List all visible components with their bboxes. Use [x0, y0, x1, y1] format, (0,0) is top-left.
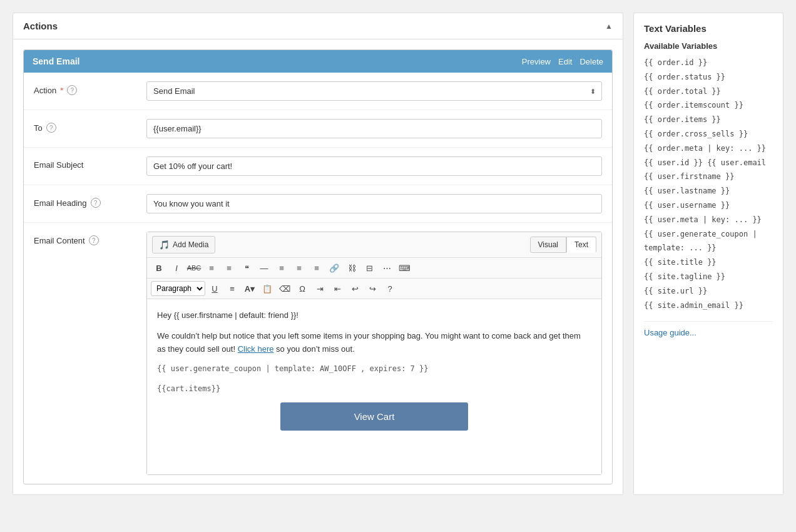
- action-row: Action* ? Send Email ⬍: [24, 73, 612, 110]
- ul-button[interactable]: ≡: [203, 260, 220, 275]
- email-heading-label: Email Heading ?: [34, 194, 146, 208]
- usage-guide-link[interactable]: Usage guide...: [644, 328, 696, 337]
- strikethrough-button[interactable]: ABC: [186, 260, 202, 275]
- click-here-link[interactable]: Click here: [238, 344, 274, 354]
- ol-button[interactable]: ≡: [221, 260, 237, 275]
- email-subject-input[interactable]: [146, 156, 602, 176]
- right-panel: Text Variables Available Variables {{ or…: [633, 13, 783, 495]
- content-hey-line: Hey {{ user.firstname | default: friend …: [157, 309, 591, 322]
- action-field: Send Email ⬍: [146, 81, 602, 101]
- text-color-button[interactable]: A▾: [242, 281, 258, 296]
- underline-button[interactable]: U: [207, 281, 223, 296]
- action-help-icon[interactable]: ?: [67, 85, 77, 95]
- editor-top-bar: 🎵 Add Media Visual Text: [147, 232, 601, 258]
- variable-item: {{ site.admin_email }}: [644, 299, 773, 313]
- email-heading-input[interactable]: [146, 194, 602, 213]
- variable-item: {{ order.cross_sells }}: [644, 127, 773, 141]
- table-button[interactable]: ⊟: [361, 260, 377, 275]
- variable-item: {{ user.firstname }}: [644, 170, 773, 184]
- cart-items-line: {{cart.items}}: [157, 383, 591, 395]
- variable-item: {{ user.username }}: [644, 198, 773, 213]
- variable-item: {{ site.title }}: [644, 255, 773, 270]
- heading-help-icon[interactable]: ?: [91, 198, 101, 208]
- variable-item: {{ order.meta | key: ... }}: [644, 141, 773, 156]
- to-input[interactable]: [146, 119, 602, 138]
- variable-item: {{ order.total }}: [644, 84, 773, 99]
- action-select-wrapper: Send Email ⬍: [146, 81, 602, 101]
- variable-item: {{ order.itemscount }}: [644, 98, 773, 113]
- action-select[interactable]: Send Email: [146, 81, 602, 101]
- available-variables-subtitle: Available Variables: [644, 41, 773, 51]
- email-heading-field: [146, 194, 602, 213]
- variable-item: {{ user.lastname }}: [644, 184, 773, 198]
- justify-button[interactable]: ≡: [224, 281, 240, 296]
- undo-button[interactable]: ↩: [347, 281, 363, 296]
- variable-item: {{ user.generate_coupon |: [644, 227, 773, 242]
- variable-item: {{ order.items }}: [644, 113, 773, 127]
- indent-button[interactable]: ⇥: [312, 281, 328, 296]
- to-label: To ?: [34, 119, 146, 133]
- keyboard-button[interactable]: ⌨: [396, 260, 412, 275]
- align-left-button[interactable]: ≡: [273, 260, 290, 275]
- variable-item: template: ... }}: [644, 241, 773, 255]
- editor-tabs: Visual Text: [530, 237, 596, 253]
- outdent-button[interactable]: ⇤: [329, 281, 345, 296]
- tab-visual[interactable]: Visual: [530, 237, 566, 253]
- email-subject-field: [146, 156, 602, 176]
- help-button[interactable]: ?: [382, 281, 398, 296]
- to-field: [146, 119, 602, 138]
- actions-title: Actions: [23, 21, 58, 31]
- hr-button[interactable]: —: [256, 260, 272, 275]
- delete-link[interactable]: Delete: [579, 57, 603, 66]
- to-help-icon[interactable]: ?: [46, 123, 56, 133]
- actions-header: Actions ▲: [13, 13, 623, 39]
- collapse-icon[interactable]: ▲: [605, 22, 613, 31]
- variable-item: {{ site.url }}: [644, 284, 773, 299]
- omega-button[interactable]: Ω: [294, 281, 310, 296]
- variable-item: {{ order.status }}: [644, 70, 773, 84]
- align-center-button[interactable]: ≡: [291, 260, 307, 275]
- more-button[interactable]: ⋯: [379, 260, 395, 275]
- preview-link[interactable]: Preview: [522, 57, 551, 66]
- italic-button[interactable]: I: [168, 260, 185, 275]
- bold-button[interactable]: B: [151, 260, 167, 275]
- send-email-block: Send Email Preview Edit Delete Action* ?: [23, 49, 613, 484]
- variables-list: {{ order.id }}{{ order.status }}{{ order…: [644, 56, 773, 312]
- email-content-field: 🎵 Add Media Visual Text B: [146, 232, 602, 475]
- link-button[interactable]: 🔗: [326, 260, 342, 275]
- email-content-label: Email Content ?: [34, 232, 146, 245]
- variable-item: {{ user.id }} {{ user.email: [644, 156, 773, 170]
- clear-button[interactable]: ⌫: [277, 281, 293, 296]
- send-email-title: Send Email: [33, 56, 79, 66]
- paragraph-select[interactable]: Paragraph: [151, 281, 205, 296]
- send-email-header: Send Email Preview Edit Delete: [24, 50, 612, 73]
- email-content-row: Email Content ? 🎵 Add Media: [24, 223, 612, 484]
- edit-link[interactable]: Edit: [558, 57, 572, 66]
- align-right-button[interactable]: ≡: [309, 260, 325, 275]
- to-row: To ?: [24, 110, 612, 148]
- variable-item: {{ user.meta | key: ... }}: [644, 213, 773, 227]
- content-body-line: We couldn’t help but notice that you lef…: [157, 330, 591, 356]
- action-label: Action* ?: [34, 81, 146, 95]
- view-cart-button[interactable]: View Cart: [280, 402, 468, 431]
- add-media-button[interactable]: 🎵 Add Media: [152, 236, 215, 253]
- divider: [644, 321, 773, 322]
- paste-text-button[interactable]: 📋: [259, 281, 275, 296]
- email-subject-row: Email Subject: [24, 148, 612, 185]
- toolbar-row-2: Paragraph U ≡ A▾ 📋 ⌫ Ω ⇥ ⇤ ↩: [147, 279, 601, 299]
- redo-button[interactable]: ↪: [364, 281, 380, 296]
- variable-item: {{ order.id }}: [644, 56, 773, 70]
- text-variables-title: Text Variables: [644, 23, 773, 34]
- form-body: Action* ? Send Email ⬍: [24, 73, 612, 484]
- send-email-actions: Preview Edit Delete: [522, 57, 603, 66]
- blockquote-button[interactable]: ❝: [238, 260, 255, 275]
- tab-text[interactable]: Text: [566, 237, 596, 253]
- email-subject-label: Email Subject: [34, 156, 146, 170]
- media-icon: 🎵: [159, 240, 170, 250]
- unlink-button[interactable]: ⛓: [344, 260, 360, 275]
- required-star: *: [60, 86, 63, 95]
- content-help-icon[interactable]: ?: [89, 235, 99, 245]
- editor-content[interactable]: Hey {{ user.firstname | default: friend …: [147, 299, 601, 474]
- email-heading-row: Email Heading ?: [24, 185, 612, 223]
- editor-wrapper: 🎵 Add Media Visual Text B: [146, 232, 602, 475]
